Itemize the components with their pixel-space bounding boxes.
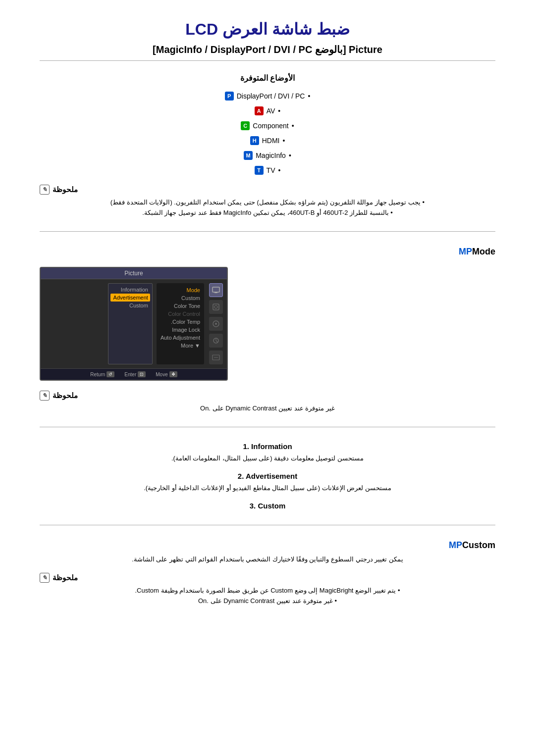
divider-2 xyxy=(40,427,495,427)
mp-custom-label: MPCustom xyxy=(40,540,495,551)
mode-label-hdmi: HDMI xyxy=(262,137,280,145)
mode-item-tv: T TV • xyxy=(40,166,495,175)
page-title: ضبط شاشة العرض LCD xyxy=(40,20,495,39)
footer-label-return: Return xyxy=(90,372,105,377)
bullet-pc: • xyxy=(308,92,310,100)
note-icon-3: ✎ xyxy=(40,573,50,583)
note-box-2: ملحوظة ✎ غير متوفرة عند تعيين Dynamic Co… xyxy=(40,391,495,412)
divider-1 xyxy=(40,231,495,232)
note-item-3-2: غير متوفرة عند تعيين Dynamic Contrast عل… xyxy=(40,597,495,605)
divider-3 xyxy=(40,525,495,525)
screen-menu: Mode Custom Color Tone Color Control Col… xyxy=(157,283,204,364)
screen-body: Mode Custom Color Tone Color Control Col… xyxy=(41,279,227,368)
mode-label-av: AV xyxy=(267,107,275,115)
advertisement-desc: مستحسن لعرض الإعلانات (على سبيل المثال م… xyxy=(40,484,495,492)
bullet-tv: • xyxy=(278,166,280,174)
screen-footer: ❖ Move ⊡ Enter ↺ Return xyxy=(41,368,227,380)
custom-number: 3. xyxy=(250,502,256,510)
screen-submenu: Information Advertisement Custom xyxy=(108,283,153,364)
note-icon-1: ✎ xyxy=(40,185,50,195)
footer-enter: ⊡ Enter xyxy=(124,371,146,377)
information-desc: مستحسن لتوصيل معلومات دقيقة (على سبيل ال… xyxy=(40,454,495,462)
mode-item-component: C Component • xyxy=(40,121,495,130)
screen-sidebar xyxy=(207,283,223,364)
custom-title: 3. Custom xyxy=(40,502,495,510)
footer-move: ❖ Move xyxy=(156,371,177,377)
bullet-component: • xyxy=(292,122,294,130)
information-section: 1. Information مستحسن لتوصيل معلومات دقي… xyxy=(40,442,495,462)
menu-item-colorcontrol: Color Control xyxy=(160,310,200,318)
mode-label-component: Component xyxy=(253,122,288,130)
mp-mode-label: MPMode xyxy=(40,247,495,257)
screen-menu-row: Mode Custom Color Tone Color Control Col… xyxy=(104,283,204,364)
info-label: Information xyxy=(251,442,292,451)
note-box-1: ملحوظة ✎ يجب توصيل جهاز مواللة التلفريون… xyxy=(40,185,495,216)
menu-item-imagelock: Image Lock xyxy=(160,326,200,334)
available-modes-title: الأوضاع المتوفرة xyxy=(40,73,495,83)
mode-label-magicinfo: MagicInfo xyxy=(256,151,286,159)
sidebar-icon-4 xyxy=(209,334,223,348)
badge-p: P xyxy=(225,92,234,101)
advertisement-title: 2. Advertisement xyxy=(40,472,495,480)
note-header-2: ملحوظة ✎ xyxy=(40,391,495,401)
svg-point-3 xyxy=(214,305,217,308)
sidebar-icon-1 xyxy=(209,283,223,297)
footer-return: ↺ Return xyxy=(90,371,114,377)
note-item-1-2: بالنسبة للطراز 460UT-2 أو 460UT-B، يمكن … xyxy=(40,209,495,216)
sidebar-icon-3 xyxy=(209,317,223,331)
note-item-3-1: يتم تغيير الوضع MagicBright إلى وضع Cust… xyxy=(40,587,495,594)
footer-btn-return: ↺ xyxy=(107,371,114,377)
ad-number: 2. xyxy=(238,472,244,480)
svg-rect-2 xyxy=(213,304,219,310)
mp-label-blue: MP xyxy=(459,247,472,256)
footer-label-move: Move xyxy=(156,372,167,377)
note-header-1: ملحوظة ✎ xyxy=(40,185,495,195)
badge-h: H xyxy=(250,136,259,145)
menu-item-mode: Mode xyxy=(160,286,200,294)
custom-section: 3. Custom xyxy=(40,502,495,510)
bullet-magicinfo: • xyxy=(289,151,291,159)
mp-label-rest: Mode xyxy=(472,247,495,256)
advertisement-section: 2. Advertisement مستحسن لعرض الإعلانات (… xyxy=(40,472,495,492)
sidebar-icon-2 xyxy=(209,300,223,314)
submenu-information: Information xyxy=(110,286,150,294)
badge-t: T xyxy=(255,166,264,175)
mode-item-hdmi: H HDMI • xyxy=(40,136,495,145)
note-label-1: ملحوظة xyxy=(53,185,78,194)
mode-item-av: A AV • xyxy=(40,106,495,115)
svg-point-5 xyxy=(215,323,217,325)
mode-label-tv: TV xyxy=(267,166,275,174)
custom-label: Custom xyxy=(258,502,285,510)
badge-a: A xyxy=(255,106,264,115)
submenu-custom: Custom xyxy=(110,302,150,309)
section-heading: [MagicInfo / DisplayPort / DVI / PC بالو… xyxy=(40,44,495,61)
custom-main-desc: يمكن تغيير درجتي السطوع والتباين وفقًا ل… xyxy=(40,555,495,563)
menu-item-more[interactable]: ▼ More xyxy=(160,342,200,350)
mp-custom-blue: MP xyxy=(449,540,462,550)
modes-list: P DisplayPort / DVI / PC • A AV • C Comp… xyxy=(40,92,495,175)
menu-item-colortone: Color Tone xyxy=(160,302,200,310)
mode-label-pc: DisplayPort / DVI / PC xyxy=(237,92,305,100)
sidebar-icon-5 xyxy=(209,351,223,364)
menu-item-custom: Custom xyxy=(160,294,200,302)
footer-btn-enter: ⊡ xyxy=(138,371,146,377)
note-box-3: ملحوظة ✎ يتم تغيير الوضع MagicBright إلى… xyxy=(40,573,495,605)
bullet-hdmi: • xyxy=(282,137,285,145)
menu-item-autoadj: Auto Adjustment xyxy=(160,334,200,342)
menu-item-colortemp: Color Temp. xyxy=(160,318,200,326)
note-item-1-1: يجب توصيل جهاز مواللة التلفريون (يتم شرا… xyxy=(40,199,495,206)
note-label-2: ملحوظة xyxy=(53,391,78,400)
badge-m: M xyxy=(244,151,253,160)
note2-text: غير متوفرة عند تعيين Dynamic Contrast عل… xyxy=(40,404,495,412)
mp-custom-rest: Custom xyxy=(462,540,495,550)
ad-label: Advertisement xyxy=(246,472,297,480)
mode-item-pc: P DisplayPort / DVI / PC • xyxy=(40,92,495,101)
screen-mockup: Picture xyxy=(40,267,228,381)
badge-c: C xyxy=(241,121,250,130)
picture-menu-container: Picture xyxy=(40,267,495,381)
svg-rect-0 xyxy=(213,287,219,292)
note-label-3: ملحوظة xyxy=(53,573,78,582)
note-header-3: ملحوظة ✎ xyxy=(40,573,495,583)
svg-rect-1 xyxy=(214,292,217,293)
note-icon-2: ✎ xyxy=(40,391,50,401)
